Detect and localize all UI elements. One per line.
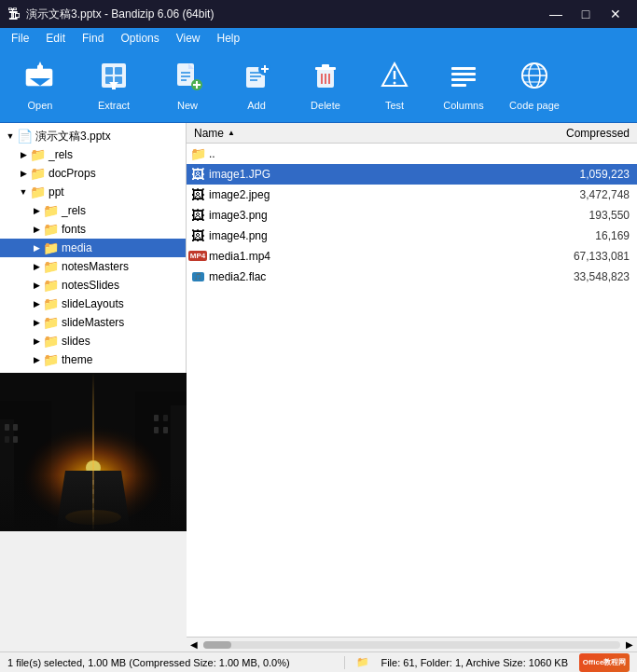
tree-toggle-rels-root[interactable]: ▶ [17,150,30,159]
tree-item-rels-root[interactable]: ▶ 📁 _rels [0,145,186,164]
menu-help[interactable]: Help [210,30,248,47]
tree-toggle-notesmasters[interactable]: ▶ [30,262,43,271]
tree-toggle-rels-ppt[interactable]: ▶ [30,206,43,215]
tree-item-slidelayouts[interactable]: ▶ 📁 slideLayouts [0,295,186,313]
tree-item-slides[interactable]: ▶ 📁 slides [0,332,186,350]
horizontal-scrollbar[interactable]: ◀ ▶ [187,637,637,651]
toolbar-open-button[interactable]: Open [7,52,73,119]
folder-theme-icon: 📁 [43,352,59,367]
toolbar-delete-button[interactable]: Delete [293,52,358,119]
close-button[interactable]: ✕ [602,5,630,23]
folder-ppt-icon: 📁 [30,185,46,199]
new-label: New [177,100,198,111]
svg-point-37 [394,82,396,85]
tree-item-notesslides[interactable]: ▶ 📁 notesSlides [0,276,186,295]
svg-rect-39 [451,73,476,75]
file-name-4: media1.mp4 [209,250,544,263]
columns-icon [448,60,479,96]
toolbar-columns-button[interactable]: Columns [431,52,496,119]
tree-toggle-docprops[interactable]: ▶ [17,169,30,178]
file-row-4[interactable]: MP4 media1.mp4 67,133,081 [187,246,637,267]
scroll-left-arrow[interactable]: ◀ [187,638,201,652]
tree-item-fonts[interactable]: ▶ 📁 fonts [0,220,186,239]
file-name-1: image2.jpeg [209,188,544,201]
svg-rect-31 [322,64,329,68]
menu-options[interactable]: Options [113,30,166,47]
extract-label: Extract [98,100,130,111]
tree-toggle-notesslides[interactable]: ▶ [30,281,43,290]
folder-media-icon: 📁 [43,240,59,255]
file-row-3[interactable]: 🖼 image4.png 16,169 [187,226,637,246]
office-logo-area: Office教程网 [579,653,630,672]
codepage-icon [519,60,550,96]
svg-point-58 [65,510,121,525]
tree-root[interactable]: ▼ 📄 演示文稿3.pptx [0,127,186,145]
folder-fonts-icon: 📁 [43,222,59,237]
tree-label-notesslides: notesSlides [62,279,119,292]
file-row-5[interactable]: 🎵 media2.flac 33,548,823 [187,267,637,287]
file-name-0: image1.JPG [209,168,544,181]
col-header-name[interactable]: Name ▲ [187,125,544,142]
open-label: Open [28,100,53,111]
window-title: 演示文稿3.pptx - Bandizip 6.06 (64bit) [26,7,214,22]
scroll-thumb[interactable] [203,641,231,649]
office-logo[interactable]: Office教程网 [579,653,630,672]
svg-rect-9 [115,67,122,75]
tree-toggle-root[interactable]: ▼ [4,131,17,141]
menu-file[interactable]: File [4,30,36,47]
maximize-button[interactable]: □ [572,5,600,23]
tree-item-ppt[interactable]: ▼ 📁 ppt [0,183,186,201]
status-right-text: File: 61, Folder: 1, Archive Size: 1060 … [381,657,568,668]
toolbar-add-button[interactable]: Add [224,52,289,119]
tree-toggle-slidelayouts[interactable]: ▶ [30,299,43,309]
tree-item-docprops[interactable]: ▶ 📁 docProps [0,164,186,183]
scroll-right-arrow[interactable]: ▶ [622,638,637,652]
menu-find[interactable]: Find [75,30,111,47]
folder-rels-root-icon: 📁 [30,147,46,162]
file-row-1[interactable]: 🖼 image2.jpeg 3,472,748 [187,185,637,205]
parent-dir-name: .. [209,147,544,160]
tree-toggle-slides[interactable]: ▶ [30,336,43,346]
columns-label: Columns [443,100,483,111]
tree-item-media[interactable]: ▶ 📁 media [0,239,186,257]
delete-label: Delete [311,100,340,111]
toolbar-test-button[interactable]: Test [362,52,427,119]
svg-marker-56 [56,471,131,531]
status-separator [344,656,345,669]
folder-notesslides-icon: 📁 [43,278,59,293]
file-row-2[interactable]: 🖼 image3.png 193,550 [187,205,637,226]
tree-item-theme[interactable]: ▶ 📁 theme [0,350,186,369]
col-compressed-label: Compressed [566,127,630,140]
file-compressed-2: 193,550 [544,209,637,222]
toolbar-codepage-button[interactable]: Code page [500,52,569,119]
file-icon-1: 🖼 [187,187,209,202]
tree-item-notesmasters[interactable]: ▶ 📁 notesMasters [0,257,186,276]
file-row-0[interactable]: 🖼 image1.JPG 1,059,223 [187,164,637,185]
tree-toggle-fonts[interactable]: ▶ [30,225,43,234]
tree-item-rels-ppt[interactable]: ▶ 📁 _rels [0,201,186,220]
scroll-track[interactable] [203,641,620,649]
menu-bar: File Edit Find Options View Help [0,28,637,48]
status-bar: 1 file(s) selected, 1.00 MB (Compressed … [0,651,637,672]
file-row-parent[interactable]: 📁 .. [187,144,637,164]
test-icon [379,60,410,96]
minimize-button[interactable]: — [542,5,570,23]
tree-toggle-ppt[interactable]: ▼ [17,187,30,197]
toolbar-new-button[interactable]: New [155,52,220,119]
menu-edit[interactable]: Edit [38,30,73,47]
tree-toggle-slidemasters[interactable]: ▶ [30,318,43,327]
tree-view: ▼ 📄 演示文稿3.pptx ▶ 📁 _rels ▶ 📁 docProps [0,123,186,373]
file-name-5: media2.flac [209,270,544,283]
col-header-compressed[interactable]: Compressed [544,125,637,142]
open-icon [24,60,56,96]
tree-label-docprops: docProps [48,167,96,180]
tree-toggle-theme[interactable]: ▶ [30,355,43,364]
tree-toggle-media[interactable]: ▶ [30,243,43,253]
menu-view[interactable]: View [169,30,208,47]
toolbar-extract-button[interactable]: Extract [76,52,151,119]
tree-item-slidemasters[interactable]: ▶ 📁 slideMasters [0,313,186,332]
parent-dir-icon: 📁 [187,146,209,161]
file-compressed-1: 3,472,748 [544,188,637,201]
file-compressed-3: 16,169 [544,229,637,242]
tree-label-theme: theme [62,353,92,366]
